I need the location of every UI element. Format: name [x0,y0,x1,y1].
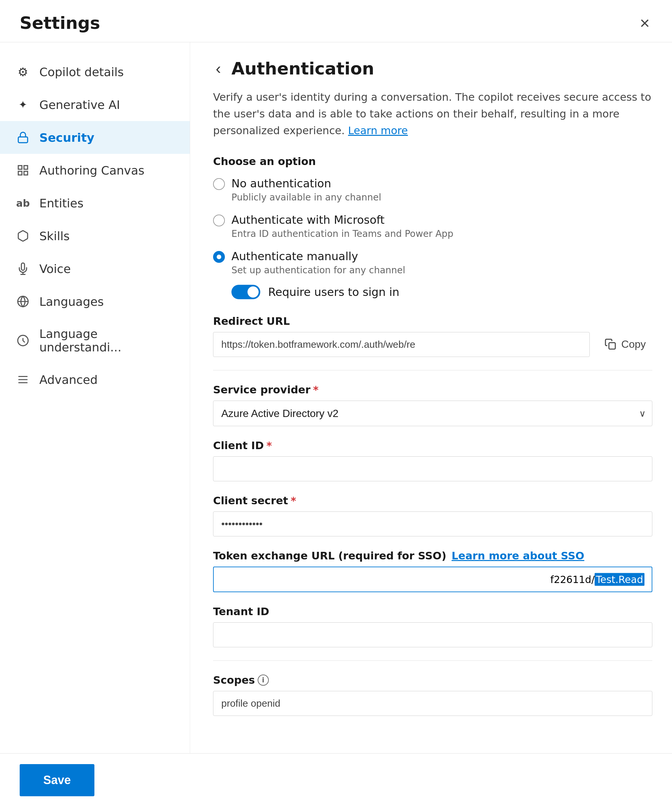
required-star: * [291,495,296,507]
sidebar-item-label: Copilot details [39,65,124,79]
sidebar-item-language-understanding[interactable]: Language understandi... [0,318,190,363]
settings-dialog: Settings × ⚙ Copilot details ✦ Generativ… [0,0,672,812]
radio-manual-auth-input[interactable] [213,251,225,263]
sidebar-item-skills[interactable]: Skills [0,220,190,252]
token-input-container: f22611d/Test.Read [213,566,652,592]
redirect-url-input[interactable] [213,332,590,357]
required-star: * [313,384,319,396]
sidebar-item-label: Security [39,131,94,144]
sidebar-item-label: Voice [39,262,71,276]
client-secret-input[interactable] [213,512,652,536]
svg-rect-13 [609,343,616,349]
sidebar-item-advanced[interactable]: Advanced [0,363,190,396]
dialog-body: ⚙ Copilot details ✦ Generative AI Securi… [0,42,672,753]
advanced-icon [16,372,30,387]
sidebar-item-languages[interactable]: Languages [0,285,190,318]
radio-no-auth-title: No authentication [231,177,381,190]
redirect-url-section: Redirect URL Copy [213,315,652,357]
radio-no-auth-input[interactable] [213,178,225,190]
radio-manual-auth-desc: Set up authentication for any channel [231,265,405,276]
learn-more-link[interactable]: Learn more [348,125,408,137]
tenant-id-label: Tenant ID [213,605,652,618]
radio-manual-auth[interactable]: Authenticate manually Set up authenticat… [213,250,652,276]
sidebar-item-label: Generative AI [39,98,120,111]
grid-icon [16,163,30,177]
radio-microsoft-auth[interactable]: Authenticate with Microsoft Entra ID aut… [213,213,652,239]
client-secret-label: Client secret * [213,495,652,507]
redirect-url-label: Redirect URL [213,315,652,328]
svg-rect-1 [19,165,22,169]
radio-microsoft-auth-input[interactable] [213,215,225,226]
main-content: ‹ Authentication Verify a user's identit… [190,42,672,753]
sidebar-item-security[interactable]: Security [0,121,190,154]
sidebar-item-label: Authoring Canvas [39,164,144,177]
save-button[interactable]: Save [20,764,94,796]
redirect-url-row: Copy [213,332,652,357]
svg-rect-0 [19,137,28,142]
divider [213,370,652,370]
divider-2 [213,660,652,661]
sidebar-item-label: Language understandi... [39,327,174,354]
sidebar-item-label: Skills [39,229,70,243]
client-id-label: Client ID * [213,439,652,452]
token-value: f22611d/Test.Read [550,573,645,585]
gear-icon: ⚙ [16,65,30,79]
tenant-id-input[interactable] [213,623,652,647]
voice-icon [16,261,30,276]
token-highlighted: Test.Read [595,573,645,586]
info-icon[interactable]: i [258,674,269,686]
dialog-header: Settings × [0,0,672,42]
service-provider-select[interactable]: Azure Active Directory v2Generic OAuth2O… [213,401,652,426]
languages-icon [16,294,30,309]
svg-rect-4 [24,171,27,175]
sidebar-item-label: Entities [39,196,83,210]
radio-no-auth-desc: Publicly available in any channel [231,192,381,203]
language-understanding-icon [16,333,30,348]
token-exchange-url-section: Token exchange URL (required for SSO) Le… [213,549,652,592]
tenant-id-section: Tenant ID [213,605,652,647]
dialog-footer: Save [0,753,672,812]
copy-icon [604,338,617,351]
copy-label: Copy [621,338,646,350]
svg-rect-2 [24,165,27,169]
description: Verify a user's identity during a conver… [213,89,652,140]
radio-microsoft-auth-title: Authenticate with Microsoft [231,213,453,226]
toggle-row: Require users to sign in [231,285,652,299]
toggle-knob [247,287,259,298]
entities-icon: ab [16,196,30,210]
close-button[interactable]: × [637,12,652,34]
scopes-label: Scopes i [213,674,652,686]
radio-microsoft-auth-desc: Entra ID authentication in Teams and Pow… [231,229,453,239]
radio-group: No authentication Publicly available in … [213,177,652,299]
sidebar-item-authoring-canvas[interactable]: Authoring Canvas [0,154,190,187]
radio-manual-auth-title: Authenticate manually [231,250,405,263]
client-secret-section: Client secret * [213,495,652,536]
sidebar-item-label: Advanced [39,373,98,387]
required-star: * [267,439,272,452]
client-id-section: Client ID * [213,439,652,481]
lock-icon [16,130,30,145]
sidebar-item-voice[interactable]: Voice [0,252,190,285]
sidebar-item-generative-ai[interactable]: ✦ Generative AI [0,88,190,121]
page-title: Authentication [231,59,374,78]
dialog-title: Settings [20,13,100,33]
skills-icon [16,229,30,243]
sidebar-item-copilot-details[interactable]: ⚙ Copilot details [0,55,190,88]
client-id-input[interactable] [213,456,652,481]
copy-button[interactable]: Copy [597,333,652,356]
radio-manual-auth-container: Authenticate manually Set up authenticat… [213,250,652,299]
service-provider-select-wrapper: Azure Active Directory v2Generic OAuth2O… [213,401,652,426]
back-button[interactable]: ‹ [213,61,224,77]
scopes-section: Scopes i [213,674,652,716]
radio-no-auth[interactable]: No authentication Publicly available in … [213,177,652,203]
page-header: ‹ Authentication [213,59,652,78]
choose-option-label: Choose an option [213,155,652,168]
sso-learn-more-link[interactable]: Learn more about SSO [452,549,585,562]
sparkle-icon: ✦ [16,97,30,112]
service-provider-label: Service provider * [213,384,652,396]
sidebar-item-entities[interactable]: ab Entities [0,187,190,220]
scopes-input[interactable] [213,691,652,716]
require-sign-in-toggle[interactable] [231,285,260,299]
sidebar-item-label: Languages [39,295,104,309]
service-provider-section: Service provider * Azure Active Director… [213,384,652,426]
